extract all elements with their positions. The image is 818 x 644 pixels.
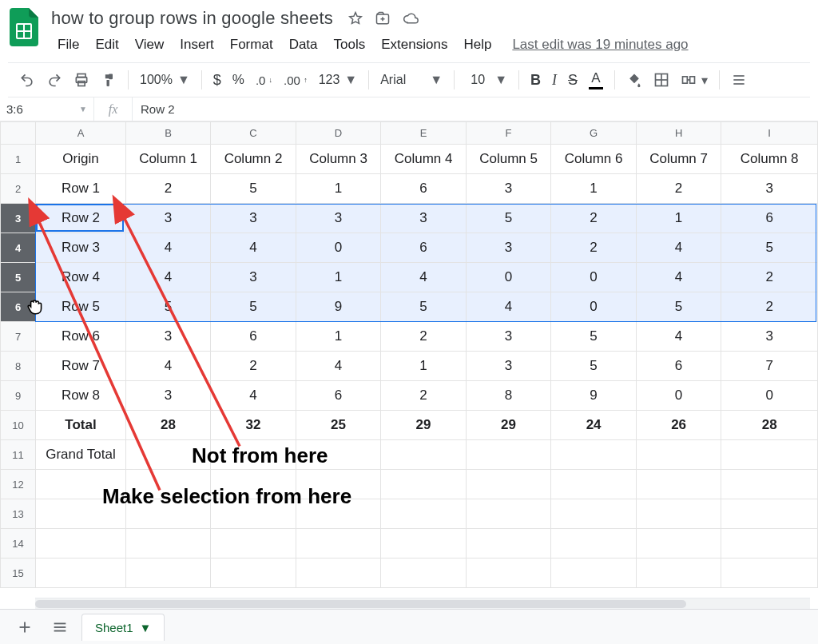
cell[interactable] bbox=[466, 470, 551, 499]
cell[interactable]: 4 bbox=[296, 352, 381, 381]
formula-bar[interactable]: Row 2 bbox=[133, 102, 818, 116]
text-color-button[interactable]: A bbox=[584, 66, 608, 94]
row-header-8[interactable]: 8 bbox=[1, 352, 36, 381]
row-header-7[interactable]: 7 bbox=[1, 322, 36, 352]
menu-insert[interactable]: Insert bbox=[173, 34, 220, 56]
cell[interactable]: 7 bbox=[721, 352, 818, 381]
italic-button[interactable]: I bbox=[547, 67, 562, 93]
col-header-D[interactable]: D bbox=[296, 122, 381, 145]
move-icon[interactable] bbox=[375, 10, 391, 26]
zoom-combo[interactable]: 100%▼ bbox=[135, 73, 195, 87]
cell[interactable]: 5 bbox=[551, 352, 637, 381]
row-header-9[interactable]: 9 bbox=[1, 381, 36, 411]
menu-tools[interactable]: Tools bbox=[328, 34, 372, 56]
cell[interactable]: 8 bbox=[466, 381, 551, 411]
cell[interactable] bbox=[211, 499, 296, 529]
cell[interactable]: 2 bbox=[636, 174, 721, 204]
cell[interactable]: 4 bbox=[636, 263, 721, 292]
cell[interactable]: 6 bbox=[381, 174, 467, 204]
paint-format-button[interactable] bbox=[96, 67, 121, 93]
percent-button[interactable]: % bbox=[228, 67, 249, 93]
cell[interactable] bbox=[721, 440, 818, 470]
cell[interactable] bbox=[636, 470, 721, 499]
cell[interactable]: Column 4 bbox=[381, 145, 467, 174]
cell[interactable] bbox=[721, 499, 818, 529]
menu-file[interactable]: File bbox=[51, 34, 85, 56]
row-header-6[interactable]: 6 bbox=[1, 292, 36, 322]
cell[interactable]: 6 bbox=[381, 233, 467, 263]
col-header-H[interactable]: H bbox=[636, 122, 721, 145]
cell[interactable]: 2 bbox=[211, 352, 296, 381]
cell[interactable] bbox=[36, 470, 126, 499]
cell[interactable]: 26 bbox=[636, 411, 721, 440]
cell[interactable]: 1 bbox=[296, 322, 381, 352]
cell[interactable] bbox=[125, 440, 211, 470]
doc-title[interactable]: how to group rows in google sheets bbox=[51, 8, 333, 29]
cell[interactable] bbox=[636, 559, 721, 588]
borders-button[interactable] bbox=[649, 67, 674, 93]
cell[interactable]: 3 bbox=[721, 174, 818, 204]
row-header-12[interactable]: 12 bbox=[1, 470, 36, 499]
cell[interactable]: 1 bbox=[636, 204, 721, 233]
strikethrough-button[interactable]: S bbox=[563, 67, 582, 93]
cell[interactable]: 9 bbox=[296, 292, 381, 322]
cell[interactable]: 0 bbox=[551, 292, 637, 322]
cell[interactable] bbox=[721, 529, 818, 559]
cell[interactable]: 1 bbox=[551, 174, 637, 204]
cell[interactable]: Total bbox=[36, 411, 126, 440]
cell[interactable]: 3 bbox=[211, 204, 296, 233]
cell[interactable]: 3 bbox=[296, 204, 381, 233]
print-button[interactable] bbox=[69, 67, 94, 93]
cell[interactable]: 3 bbox=[381, 204, 467, 233]
all-sheets-button[interactable] bbox=[46, 614, 73, 641]
cell[interactable]: 4 bbox=[466, 292, 551, 322]
cell[interactable] bbox=[721, 559, 818, 588]
cell[interactable]: Column 1 bbox=[125, 145, 211, 174]
cell[interactable]: Row 3 bbox=[36, 233, 126, 263]
cell[interactable]: 3 bbox=[125, 204, 211, 233]
spreadsheet-grid[interactable]: ABCDEFGHI1OriginColumn 1Column 2Column 3… bbox=[0, 121, 818, 588]
cell[interactable]: 3 bbox=[466, 322, 551, 352]
cell[interactable]: 3 bbox=[466, 233, 551, 263]
cell[interactable]: 2 bbox=[381, 322, 467, 352]
cell[interactable]: 28 bbox=[721, 411, 818, 440]
name-box[interactable]: 3:6▼ bbox=[0, 97, 94, 121]
menu-data[interactable]: Data bbox=[283, 34, 324, 56]
tab-sheet1[interactable]: Sheet1▼ bbox=[81, 614, 165, 641]
cell[interactable]: 0 bbox=[551, 263, 637, 292]
cell[interactable] bbox=[381, 559, 467, 588]
cell[interactable] bbox=[381, 529, 467, 559]
currency-button[interactable]: $ bbox=[208, 67, 226, 93]
row-header-14[interactable]: 14 bbox=[1, 529, 36, 559]
cell[interactable]: Column 2 bbox=[211, 145, 296, 174]
cell[interactable] bbox=[551, 470, 637, 499]
cell[interactable]: 6 bbox=[211, 322, 296, 352]
cell[interactable]: 1 bbox=[296, 263, 381, 292]
cell[interactable] bbox=[636, 499, 721, 529]
cell[interactable]: 5 bbox=[381, 292, 467, 322]
cell[interactable]: 3 bbox=[125, 322, 211, 352]
menu-format[interactable]: Format bbox=[224, 34, 280, 56]
cell[interactable] bbox=[636, 529, 721, 559]
horizontal-scrollbar[interactable] bbox=[35, 598, 810, 609]
cell[interactable]: 4 bbox=[211, 381, 296, 411]
col-header-B[interactable]: B bbox=[125, 122, 211, 145]
cell[interactable]: Column 3 bbox=[296, 145, 381, 174]
row-header-11[interactable]: 11 bbox=[1, 440, 36, 470]
select-all-corner[interactable] bbox=[1, 122, 36, 145]
decrease-decimal-button[interactable]: .0 ↓ bbox=[251, 69, 277, 92]
cell[interactable]: Row 5 bbox=[36, 292, 126, 322]
cell[interactable]: 4 bbox=[125, 263, 211, 292]
cell[interactable]: 1 bbox=[381, 352, 467, 381]
cell[interactable] bbox=[296, 559, 381, 588]
cell[interactable] bbox=[636, 440, 721, 470]
cell[interactable]: 4 bbox=[636, 233, 721, 263]
cell[interactable]: 5 bbox=[125, 292, 211, 322]
cell[interactable]: 5 bbox=[551, 322, 637, 352]
cell[interactable]: 29 bbox=[381, 411, 467, 440]
star-icon[interactable] bbox=[347, 10, 363, 26]
cell[interactable]: 2 bbox=[721, 263, 818, 292]
cell[interactable]: Row 6 bbox=[36, 322, 126, 352]
cell[interactable]: 4 bbox=[125, 352, 211, 381]
row-header-13[interactable]: 13 bbox=[1, 499, 36, 529]
